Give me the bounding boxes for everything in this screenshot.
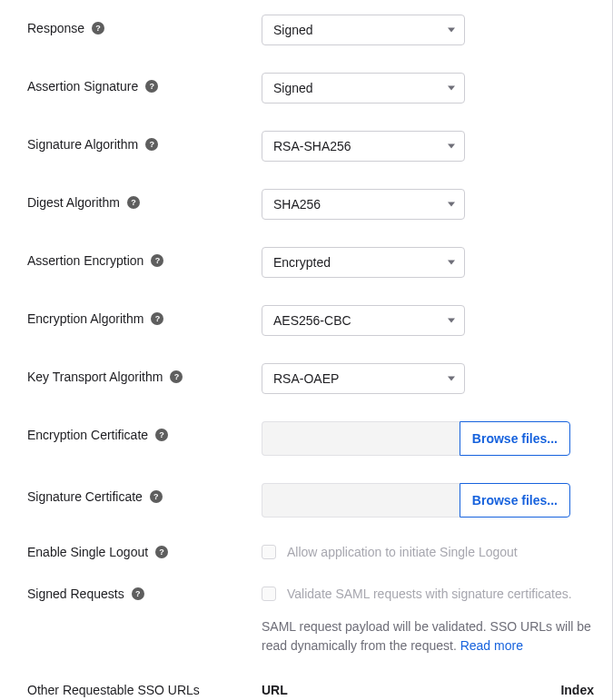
signed-requests-description: SAML request payload will be validated. … bbox=[262, 617, 594, 656]
label-wrap: Signature Algorithm ? bbox=[27, 131, 262, 152]
label-wrap: Enable Single Logout ? bbox=[27, 545, 262, 559]
label-key-transport-algorithm: Key Transport Algorithm bbox=[27, 370, 163, 384]
select-response[interactable]: Signed bbox=[262, 15, 465, 45]
select-value: SHA256 bbox=[273, 197, 321, 212]
chevron-down-icon bbox=[448, 86, 455, 91]
help-icon[interactable]: ? bbox=[145, 138, 158, 151]
row-enable-single-logout: Enable Single Logout ? Allow application… bbox=[27, 545, 594, 559]
checkbox-row: Validate SAML requests with signature ce… bbox=[262, 587, 594, 601]
select-value: Signed bbox=[273, 81, 313, 95]
label-wrap: Digest Algorithm ? bbox=[27, 189, 262, 210]
label-signature-algorithm: Signature Algorithm bbox=[27, 137, 138, 152]
chevron-down-icon bbox=[448, 144, 455, 149]
browse-files-button[interactable]: Browse files... bbox=[460, 483, 570, 518]
label-wrap: Signature Certificate ? bbox=[27, 483, 262, 504]
row-encryption-algorithm: Encryption Algorithm ? AES256-CBC bbox=[27, 305, 594, 336]
row-response: Response ? Signed bbox=[27, 15, 594, 45]
help-icon[interactable]: ? bbox=[145, 80, 158, 93]
chevron-down-icon bbox=[448, 202, 455, 207]
sso-urls-table-header: URL Index bbox=[262, 683, 594, 697]
select-value: Encrypted bbox=[273, 255, 331, 270]
row-signed-requests: Signed Requests ? Validate SAML requests… bbox=[27, 587, 594, 656]
label-wrap: Response ? bbox=[27, 15, 262, 35]
help-icon[interactable]: ? bbox=[151, 254, 163, 267]
control-wrap: Browse files... bbox=[262, 421, 594, 456]
control-wrap: Signed bbox=[262, 73, 594, 104]
control-wrap: Encrypted bbox=[262, 247, 594, 278]
help-icon[interactable]: ? bbox=[92, 22, 104, 35]
label-wrap: Key Transport Algorithm ? bbox=[27, 363, 262, 384]
browse-label: Browse files... bbox=[472, 493, 558, 508]
checkbox-row: Allow application to initiate Single Log… bbox=[262, 545, 594, 559]
chevron-down-icon bbox=[448, 319, 455, 323]
help-icon[interactable]: ? bbox=[132, 587, 144, 600]
file-picker-encryption-certificate: Browse files... bbox=[262, 421, 570, 456]
checkbox-signed-requests[interactable] bbox=[262, 587, 276, 601]
control-wrap: Allow application to initiate Single Log… bbox=[262, 545, 594, 559]
row-other-sso-urls: Other Requestable SSO URLs URL Index + A… bbox=[27, 683, 594, 700]
label-response: Response bbox=[27, 21, 84, 35]
label-digest-algorithm: Digest Algorithm bbox=[27, 195, 120, 210]
control-wrap: RSA-SHA256 bbox=[262, 131, 594, 162]
select-assertion-signature[interactable]: Signed bbox=[262, 73, 465, 104]
help-icon[interactable]: ? bbox=[150, 490, 163, 503]
col-index-header: Index bbox=[553, 683, 594, 697]
label-assertion-encryption: Assertion Encryption bbox=[27, 253, 143, 268]
label-signed-requests: Signed Requests bbox=[27, 587, 124, 601]
row-assertion-signature: Assertion Signature ? Signed bbox=[27, 73, 594, 104]
browse-label: Browse files... bbox=[472, 431, 558, 446]
label-encryption-certificate: Encryption Certificate bbox=[27, 428, 148, 442]
control-wrap: Signed bbox=[262, 15, 594, 45]
control-wrap: AES256-CBC bbox=[262, 305, 594, 336]
control-wrap: Validate SAML requests with signature ce… bbox=[262, 587, 594, 656]
checkbox-label: Allow application to initiate Single Log… bbox=[287, 545, 518, 559]
select-encryption-algorithm[interactable]: AES256-CBC bbox=[262, 305, 465, 336]
select-value: Signed bbox=[273, 23, 313, 37]
chevron-down-icon bbox=[448, 377, 455, 381]
control-wrap: Browse files... bbox=[262, 483, 594, 518]
row-digest-algorithm: Digest Algorithm ? SHA256 bbox=[27, 189, 594, 220]
row-assertion-encryption: Assertion Encryption ? Encrypted bbox=[27, 247, 594, 278]
control-wrap: URL Index + Add Another bbox=[262, 683, 594, 700]
select-value: AES256-CBC bbox=[273, 313, 351, 328]
label-wrap: Assertion Signature ? bbox=[27, 73, 262, 94]
select-value: RSA-SHA256 bbox=[273, 139, 351, 153]
help-icon[interactable]: ? bbox=[155, 546, 168, 558]
label-wrap: Assertion Encryption ? bbox=[27, 247, 262, 268]
label-encryption-algorithm: Encryption Algorithm bbox=[27, 311, 143, 326]
label-assertion-signature: Assertion Signature bbox=[27, 79, 138, 94]
description-text: SAML request payload will be validated. … bbox=[262, 619, 591, 653]
row-signature-certificate: Signature Certificate ? Browse files... bbox=[27, 483, 594, 518]
row-encryption-certificate: Encryption Certificate ? Browse files... bbox=[27, 421, 594, 456]
select-value: RSA-OAEP bbox=[273, 371, 339, 386]
select-key-transport-algorithm[interactable]: RSA-OAEP bbox=[262, 363, 465, 394]
help-icon[interactable]: ? bbox=[155, 429, 168, 441]
row-signature-algorithm: Signature Algorithm ? RSA-SHA256 bbox=[27, 131, 594, 162]
label-enable-single-logout: Enable Single Logout bbox=[27, 545, 148, 559]
label-wrap: Encryption Certificate ? bbox=[27, 421, 262, 442]
help-icon[interactable]: ? bbox=[127, 196, 140, 209]
control-wrap: RSA-OAEP bbox=[262, 363, 594, 394]
help-icon[interactable]: ? bbox=[170, 370, 183, 383]
chevron-down-icon bbox=[448, 261, 455, 265]
label-wrap: Signed Requests ? bbox=[27, 587, 262, 601]
checkbox-label: Validate SAML requests with signature ce… bbox=[287, 587, 572, 601]
row-key-transport-algorithm: Key Transport Algorithm ? RSA-OAEP bbox=[27, 363, 594, 394]
file-display bbox=[262, 421, 460, 456]
select-digest-algorithm[interactable]: SHA256 bbox=[262, 189, 465, 220]
help-icon[interactable]: ? bbox=[151, 312, 163, 325]
checkbox-enable-single-logout[interactable] bbox=[262, 545, 276, 559]
read-more-link[interactable]: Read more bbox=[460, 638, 523, 653]
select-signature-algorithm[interactable]: RSA-SHA256 bbox=[262, 131, 465, 162]
control-wrap: SHA256 bbox=[262, 189, 594, 220]
label-wrap: Encryption Algorithm ? bbox=[27, 305, 262, 326]
label-wrap: Other Requestable SSO URLs bbox=[27, 683, 262, 697]
file-picker-signature-certificate: Browse files... bbox=[262, 483, 570, 518]
col-url-header: URL bbox=[262, 683, 553, 697]
label-signature-certificate: Signature Certificate bbox=[27, 489, 143, 504]
select-assertion-encryption[interactable]: Encrypted bbox=[262, 247, 465, 278]
chevron-down-icon bbox=[448, 28, 455, 33]
label-other-sso-urls: Other Requestable SSO URLs bbox=[27, 683, 200, 697]
file-display bbox=[262, 483, 460, 518]
browse-files-button[interactable]: Browse files... bbox=[460, 421, 570, 456]
